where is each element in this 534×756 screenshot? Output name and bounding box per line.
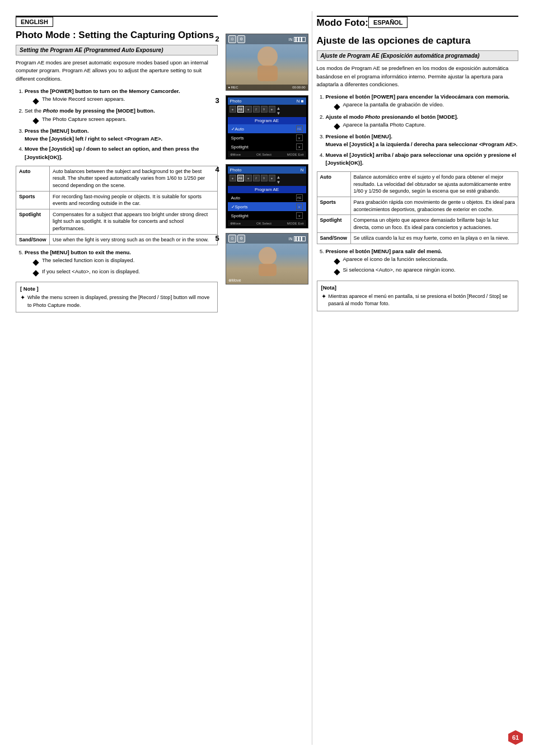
svg-rect-3 bbox=[259, 264, 277, 276]
scroll-arrows: ▲▼ bbox=[277, 106, 281, 116]
screen3-icons-row: ✦ AE ✦ 2 9 ✦ ▲▼ bbox=[228, 105, 306, 117]
screen5-top-bar: ⊙ ⚙ IN▌▌▌ bbox=[226, 234, 308, 244]
screen4-nav: ⊕Move OK Select MODE Exit bbox=[228, 220, 306, 226]
spanish-note-text: Mientras aparece el menú en pantalla, si… bbox=[329, 293, 514, 308]
screen3-top-bar: Photo N ■ bbox=[228, 97, 306, 105]
auto-icon-4: AE bbox=[296, 194, 303, 201]
english-step-4: Move the [Joystick] up / down to select … bbox=[25, 145, 218, 161]
english-step-2: Set the Photo mode by pressing the [MODE… bbox=[25, 107, 218, 125]
photo-label-4: Photo bbox=[230, 167, 242, 172]
english-intro: Program AE modes are preset automatic ex… bbox=[16, 59, 218, 83]
screen2-top-bar: ⊙ ⚙ IN▌▌▌ bbox=[226, 34, 308, 44]
screen3-step-num: 3 bbox=[216, 96, 219, 105]
nav-exit-4: MODE Exit bbox=[287, 221, 304, 225]
screen4-wrapper: 4 Photo N ✦ AE ✦ 2 9 ✦ bbox=[226, 164, 308, 228]
nav-move-4: ⊕Move bbox=[230, 221, 241, 225]
spanish-step-2: Ajuste el modo Photo presionando el botó… bbox=[326, 113, 519, 131]
program-ae-title: Program AE bbox=[228, 117, 306, 124]
screen2-bottom-bar: ● REC00:00:00 bbox=[226, 85, 308, 90]
screen4-icons-row: ✦ AE ✦ 2 9 ✦ ▲▼ bbox=[228, 174, 306, 186]
icon-5: 9 bbox=[261, 106, 268, 113]
sp-option-sports-row: Sports Para grabación rápida con movimie… bbox=[317, 197, 518, 214]
icon4-6: ✦ bbox=[269, 175, 275, 181]
page-number: 61 bbox=[508, 730, 523, 745]
spanish-steps: Presione el botón [POWER] para encender … bbox=[317, 93, 519, 167]
screen2: ⊙ ⚙ IN▌▌▌ ● RE bbox=[226, 34, 308, 91]
english-column: ENGLISH Photo Mode : Setting the Capturi… bbox=[11, 11, 222, 745]
option-sports-name: Sports bbox=[16, 191, 50, 209]
screen2-wrapper: 2 ⊙ ⚙ IN▌▌▌ bbox=[226, 34, 308, 91]
option-spotlight-desc: Compensates for a subject that appears t… bbox=[50, 209, 218, 234]
spanish-section-title: Ajuste de Program AE (Exposición automát… bbox=[317, 50, 519, 61]
english-note: [ Note ] ✦ While the menu screen is disp… bbox=[16, 282, 218, 312]
option-sandsnow-name: Sand/Snow bbox=[16, 234, 50, 245]
sp-option-sandsnow-name: Sand/Snow bbox=[317, 233, 350, 244]
auto-icon: AE bbox=[296, 125, 303, 132]
screen3-nav: ⊕Move OK Select MODE Exit bbox=[228, 151, 306, 157]
english-step-3: Press the [MENU] button.Move the [Joysti… bbox=[25, 127, 218, 143]
screen5-wrapper: 5 ⊙ ⚙ IN▌▌▌ bbox=[226, 233, 308, 284]
screen2-viewfinder: ⊙ ⚙ IN▌▌▌ ● RE bbox=[226, 34, 308, 90]
english-note-title: [ Note ] bbox=[20, 285, 213, 293]
screen2-step-num: 2 bbox=[216, 35, 219, 43]
spanish-note: [Nota] ✦ Mientras aparece el menú en pan… bbox=[317, 281, 519, 311]
svg-point-2 bbox=[259, 247, 277, 265]
page: ENGLISH Photo Mode : Setting the Capturi… bbox=[0, 0, 534, 756]
spanish-intro: Los modos de Program AE se predefinen en… bbox=[317, 64, 519, 88]
screen3-menu: Photo N ■ ✦ AE ✦ 2 9 ✦ ▲▼ Program AE bbox=[226, 96, 308, 159]
screen5-step-num: 5 bbox=[216, 234, 219, 242]
menu-item-auto: ✓Auto AE bbox=[228, 124, 306, 133]
viewfinder-image bbox=[226, 45, 308, 85]
option-sandsnow-desc: Use when the light is very strong such a… bbox=[50, 234, 218, 245]
option-auto-row: Auto Auto balances between the subject a… bbox=[16, 166, 218, 191]
option-sandsnow-row: Sand/Snow Use when the light is very str… bbox=[16, 234, 218, 245]
english-step-5: Press the [MENU] button to exit the menu… bbox=[25, 249, 218, 277]
nav-exit: MODE Exit bbox=[287, 152, 304, 156]
english-note-text: While the menu screen is displayed, pres… bbox=[27, 294, 213, 309]
frame-counter: N ■ bbox=[297, 99, 304, 104]
menu-items: ✓Auto AE Sports ✕ Spotlight ☀ bbox=[228, 124, 306, 151]
note-star-icon: ✦ bbox=[20, 294, 25, 301]
menu4-item-spotlight: Spotlight ☀ bbox=[228, 211, 306, 220]
spotlight-icon: ☀ bbox=[296, 143, 303, 150]
cam5-icon1: ⊙ bbox=[228, 235, 236, 242]
menu4-item-auto: Auto AE bbox=[228, 193, 306, 202]
sp-option-sports-desc: Para grabación rápida con movimiento de … bbox=[350, 197, 518, 214]
scroll-arrows-4: ▲▼ bbox=[277, 175, 281, 185]
sp-option-sandsnow-desc: Se utiliza cuando la luz es muy fuerte, … bbox=[350, 233, 518, 244]
english-steps: Press the [POWER] button to turn on the … bbox=[16, 87, 218, 161]
icon4-5: 9 bbox=[261, 175, 268, 181]
sports-icon-4: ✕ bbox=[296, 203, 303, 210]
screen5-battery: IN▌▌▌ bbox=[289, 236, 306, 241]
option-spotlight-row: Spotlight Compensates for a subject that… bbox=[16, 209, 218, 234]
sp-option-sandsnow-row: Sand/Snow Se utiliza cuando la luz es mu… bbox=[317, 233, 518, 244]
icon4-4: 2 bbox=[253, 175, 260, 181]
spanish-step-5: Presione el botón [MENU] para salir del … bbox=[326, 248, 519, 276]
spanish-step-3: Presione el botón [MENU].Mueva el [Joyst… bbox=[326, 133, 519, 149]
option-spotlight-name: Spotlight bbox=[16, 209, 50, 234]
icon-1: ✦ bbox=[229, 106, 236, 113]
sp-option-auto-row: Auto Balance automático entre el sujeto … bbox=[317, 172, 518, 197]
svg-point-0 bbox=[257, 46, 278, 67]
english-title: Photo Mode : Setting the Capturing Optio… bbox=[16, 29, 218, 41]
icon4-ae-active: AE bbox=[237, 175, 244, 181]
screen5-status: ⊕Move bbox=[228, 278, 241, 283]
spanish-step-1: Presione el botón [POWER] para encender … bbox=[326, 93, 519, 111]
option-auto-name: Auto bbox=[16, 166, 50, 191]
nav-select: OK Select bbox=[256, 152, 271, 156]
icon-4: 2 bbox=[253, 106, 260, 113]
sp-option-spotlight-row: Spotlight Compensa un objeto que aparece… bbox=[317, 215, 518, 233]
sp-note-star-icon: ✦ bbox=[321, 293, 326, 300]
sp-option-sports-name: Sports bbox=[317, 197, 350, 214]
menu-item-sports: Sports ✕ bbox=[228, 133, 306, 142]
english-lang-badge: ENGLISH bbox=[16, 17, 53, 27]
screen3-wrapper: 3 Photo N ■ ✦ AE ✦ 2 9 ✦ bbox=[226, 95, 308, 160]
spanish-column: Modo Foto: ESPAÑOL Ajuste de las opcione… bbox=[312, 11, 523, 745]
english-step-1: Press the [POWER] button to turn on the … bbox=[25, 87, 218, 105]
program-ae-title-4: Program AE bbox=[228, 186, 306, 193]
camera-icon: ⊙ bbox=[228, 35, 236, 43]
nav-move: ⊕Move bbox=[230, 152, 241, 156]
spotlight-icon-4: ☀ bbox=[296, 212, 303, 219]
screen5: ⊙ ⚙ IN▌▌▌ ⊕Move bbox=[226, 233, 308, 284]
option-sports-row: Sports For recording fast-moving people … bbox=[16, 191, 218, 209]
